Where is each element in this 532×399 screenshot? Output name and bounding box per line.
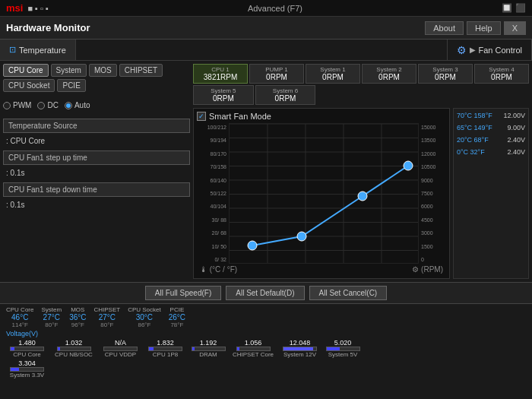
auto-label: Auto xyxy=(74,101,90,109)
fan-sys2[interactable]: System 2 0RPM xyxy=(362,64,416,84)
legend-temp-2: 65°C 149°F xyxy=(457,124,492,131)
dc-radio-circle xyxy=(37,102,45,109)
set-default-button[interactable]: All Set Default(D) xyxy=(226,286,304,300)
legend-item-1: 70°C 158°F 12.00V xyxy=(457,112,525,119)
pwm-label: PWM xyxy=(13,101,31,109)
status-system: System 27°C 80°F xyxy=(41,306,62,328)
chart-area: Smart Fan Mode 100/212 90/194 80/170 70/… xyxy=(193,108,529,279)
status-cpu-core: CPU Core 46°C 114°F xyxy=(6,306,33,328)
pwm-radio[interactable]: PWM xyxy=(3,101,31,109)
legend-volt-4: 2.40V xyxy=(507,148,525,156)
pwm-radio-circle xyxy=(3,102,11,109)
voltage-bars-row-1: 1.480 CPU Core 1.032 CPU NB/SOC N/A CPU … xyxy=(6,339,526,358)
volt-1p8: 1.832 CPU 1P8 xyxy=(144,339,186,358)
title-bar: msi ■ ▪ ▫ ▪ Advanced (F7) 🔲 ⬛ xyxy=(0,0,532,17)
y-axis-right: 15000 13500 12000 10500 9000 7500 6000 4… xyxy=(419,123,446,264)
svg-point-16 xyxy=(297,232,306,241)
volt-cpu-core: 1.480 CPU Core xyxy=(6,339,48,358)
mos-btn[interactable]: MOS xyxy=(89,64,117,77)
step-up-title: CPU Fan1 step up time xyxy=(8,154,185,162)
header-buttons: About Help X xyxy=(425,21,526,35)
smart-fan-checkbox[interactable] xyxy=(197,112,206,121)
help-button[interactable]: Help xyxy=(467,21,501,35)
action-bar: All Full Speed(F) All Set Default(D) All… xyxy=(0,282,532,304)
legend-volt-2: 9.00V xyxy=(507,124,525,131)
fan-sys3[interactable]: System 3 0RPM xyxy=(418,64,473,84)
legend-items: 70°C 158°F 12.00V 65°C 149°F 9.00V 20°C … xyxy=(457,112,525,156)
status-bar: CPU Core 46°C 114°F System 27°C 80°F MOS… xyxy=(0,304,532,381)
status-mos: MOS 36°C 96°F xyxy=(69,306,86,328)
temp-source-box: Temperature Source xyxy=(3,119,190,133)
volt-chipset-core: 1.056 CHIPSET Core xyxy=(230,339,276,358)
status-temps-row: CPU Core 46°C 114°F System 27°C 80°F MOS… xyxy=(6,306,526,328)
volt-vddp: N/A CPU VDDP xyxy=(100,339,141,358)
svg-point-15 xyxy=(248,241,257,250)
fan-pump1[interactable]: PUMP 1 0RPM xyxy=(249,64,304,84)
fan-control-tab-label: Fan Control xyxy=(479,46,522,55)
chart-content: 100/212 90/194 80/170 70/158 60/140 50/1… xyxy=(197,123,446,264)
panels-row: CPU Core System MOS CHIPSET CPU Socket P… xyxy=(0,61,532,282)
step-up-value: : 0.1s xyxy=(3,168,190,178)
title-bar-center: Advanced (F7) xyxy=(49,4,502,13)
auto-radio-circle xyxy=(65,102,72,109)
chevron-icon: ▶ xyxy=(470,46,476,54)
volt-5v: 5.020 System 5V xyxy=(324,339,362,358)
temperature-section: CPU Core System MOS CHIPSET CPU Socket P… xyxy=(3,64,190,279)
temperature-tab-label: Temperature xyxy=(19,46,66,55)
legend-temp-3: 20°C 68°F xyxy=(457,136,489,144)
temp-tab-buttons: CPU Core System MOS CHIPSET CPU Socket P… xyxy=(3,64,190,92)
fan-sys6[interactable]: System 6 0RPM xyxy=(255,85,316,105)
y-axis-left: 100/212 90/194 80/170 70/158 60/140 50/1… xyxy=(197,123,229,264)
minimize-icon: 🔲 xyxy=(502,3,512,13)
chart-icon-row: 🌡 (°C / °F) ⚙ (RPM) xyxy=(197,264,446,275)
legend-temp-4: 0°C 32°F xyxy=(457,148,485,156)
volt-dram: 1.192 DRAM xyxy=(189,339,227,358)
voltage-bars-row-2: 3.304 System 3.3V xyxy=(6,359,526,378)
step-up-box: CPU Fan1 step up time xyxy=(3,150,190,165)
close-button[interactable]: X xyxy=(504,21,526,35)
thermometer-icon: ⊡ xyxy=(9,45,16,55)
dc-radio[interactable]: DC xyxy=(37,101,58,109)
svg-point-18 xyxy=(404,161,413,170)
status-pcie: PCIE 26°C 78°F xyxy=(169,306,185,328)
title-bar-right: 🔲 ⬛ xyxy=(502,3,526,13)
volt-3v3: 3.304 System 3.3V xyxy=(6,359,48,378)
fan-sys5[interactable]: System 5 0RPM xyxy=(193,85,254,105)
temp-source-value: : CPU Core xyxy=(3,136,190,146)
cpu-core-btn[interactable]: CPU Core xyxy=(3,64,49,77)
auto-radio[interactable]: Auto xyxy=(65,101,90,109)
msi-logo: msi xyxy=(6,2,23,14)
chart-panel: Smart Fan Mode 100/212 90/194 80/170 70/… xyxy=(193,108,450,279)
fan-chart-svg[interactable] xyxy=(229,123,419,264)
chart-title-row: Smart Fan Mode xyxy=(197,112,446,121)
full-speed-button[interactable]: All Full Speed(F) xyxy=(145,286,221,300)
legend-item-4: 0°C 32°F 2.40V xyxy=(457,148,525,156)
step-down-box: CPU Fan1 step down time xyxy=(3,182,190,197)
fan-speed-row-1: CPU 1 3821RPM PUMP 1 0RPM System 1 0RPM … xyxy=(193,64,529,84)
temp-icon: 🌡 (°C / °F) xyxy=(200,265,237,274)
volt-nb-soc: 1.032 CPU NB/SOC xyxy=(51,339,97,358)
temperature-tab[interactable]: ⊡ Temperature xyxy=(0,40,76,60)
dc-label: DC xyxy=(47,101,58,109)
fan-cpu1[interactable]: CPU 1 3821RPM xyxy=(193,64,248,84)
pcie-btn[interactable]: PCIE xyxy=(57,79,85,92)
status-chipset: CHIPSET 27°C 80°F xyxy=(93,306,120,328)
legend-item-2: 65°C 149°F 9.00V xyxy=(457,124,525,131)
step-down-title: CPU Fan1 step down time xyxy=(8,185,185,194)
step-down-value: : 0.1s xyxy=(3,200,190,210)
title-bar-app-name: ■ ▪ ▫ ▪ xyxy=(27,4,49,13)
fan-control-tab[interactable]: ⚙ ▶ Fan Control xyxy=(447,40,532,60)
mode-selector: PWM DC Auto xyxy=(3,101,190,109)
fan-sys1[interactable]: System 1 0RPM xyxy=(306,64,360,84)
fan-sys4[interactable]: System 4 0RPM xyxy=(474,64,529,84)
maximize-icon: ⬛ xyxy=(515,3,526,13)
system-btn[interactable]: System xyxy=(51,64,87,77)
cpu-socket-btn[interactable]: CPU Socket xyxy=(3,79,55,92)
chipset-btn[interactable]: CHIPSET xyxy=(119,64,163,77)
set-cancel-button[interactable]: All Set Cancel(C) xyxy=(309,286,388,300)
legend-temp-1: 70°C 158°F xyxy=(457,112,492,119)
about-button[interactable]: About xyxy=(425,21,464,35)
voltage-section-label: Voltage(V) xyxy=(6,330,526,337)
legend-item-3: 20°C 68°F 2.40V xyxy=(457,136,525,144)
main-header: Hardware Monitor About Help X xyxy=(0,17,532,40)
